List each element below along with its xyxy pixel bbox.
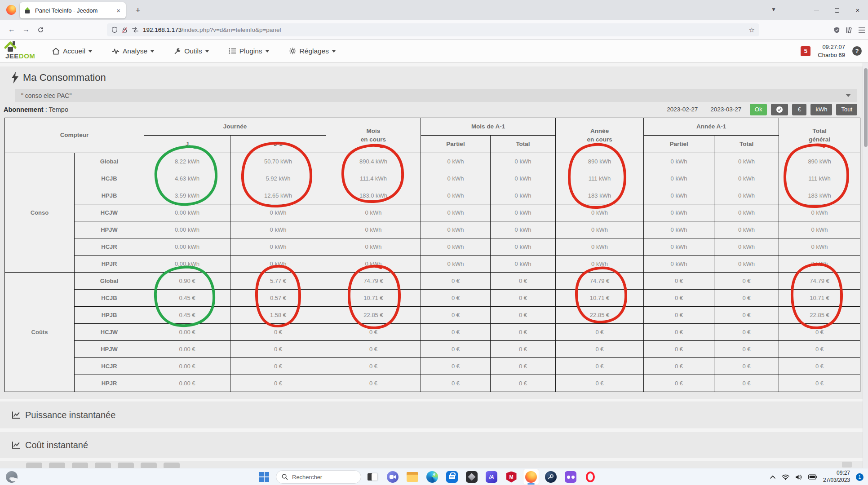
browser-toolbar: ← → 192.168.1.173/index.php?v=d&m=telein… <box>0 20 868 40</box>
value-cell: 3.59 kWh <box>144 187 230 204</box>
slash-a-app-icon[interactable]: /A <box>483 469 500 485</box>
firefox-taskbar-icon[interactable] <box>523 469 539 485</box>
table-row: HCJB4.63 kWh5.92 kWh111.4 kWh0 kWh0 kWh1… <box>5 170 860 187</box>
value-cell: 0 kWh <box>421 221 491 238</box>
jeedom-logo[interactable]: JEEDOM <box>0 40 41 63</box>
list-tabs-chevron-icon[interactable]: ▼ <box>771 6 776 13</box>
chat-icon[interactable] <box>385 469 401 485</box>
conso-table-body: ConsoGlobal8.22 kWh50.70 kWh890.4 kWh0 k… <box>5 153 860 392</box>
bookmark-star-icon[interactable]: ☆ <box>749 26 755 34</box>
menu-item-reglages[interactable]: Réglages <box>289 47 336 55</box>
table-row: ConsoGlobal8.22 kWh50.70 kWh890.4 kWh0 k… <box>5 153 860 170</box>
task-view-icon[interactable] <box>365 469 381 485</box>
lock-insecure-icon[interactable] <box>122 27 128 33</box>
menu-item-analyse[interactable]: Analyse <box>112 47 154 55</box>
menu-item-plugins[interactable]: Plugins <box>229 47 269 55</box>
value-cell: 0 kWh <box>421 153 491 170</box>
date-from-input[interactable] <box>663 106 702 113</box>
edge-icon[interactable] <box>424 469 440 485</box>
steam-icon[interactable] <box>543 469 559 485</box>
value-cell: 10.71 € <box>326 290 421 307</box>
table-header: Compteur Journée Mois en cours Mois de A… <box>5 118 860 153</box>
browser-tab[interactable]: Panel Teleinfo - Jeedom × <box>20 2 126 18</box>
widgets-icon[interactable] <box>6 471 18 483</box>
value-cell: 0.00 € <box>144 358 230 375</box>
power-section[interactable]: Puissance instantanée <box>0 401 863 428</box>
header-j: J <box>144 136 230 153</box>
scenario-selector[interactable]: " conso elec PAC" <box>15 89 857 102</box>
table-row: HCJR0.00 €0 €0 €0 €0 €0 €0 €0 €0 € <box>5 358 860 375</box>
start-button[interactable] <box>256 469 272 485</box>
value-cell: 0 kWh <box>644 170 714 187</box>
tracking-protection-icon[interactable] <box>132 27 139 33</box>
purple-app-icon[interactable] <box>562 469 579 485</box>
header-annee-a1: Année A-1 <box>644 118 779 136</box>
row-label: HCJW <box>75 204 144 221</box>
value-cell: 0 kWh <box>421 256 491 273</box>
tray-clock[interactable]: 09:27 27/03/2023 <box>823 470 850 484</box>
menu-hamburger-icon[interactable] <box>858 27 865 33</box>
jeedom-navbar: JEEDOM Accueil Analyse Outils Plugins Ré… <box>0 40 868 63</box>
wifi-icon[interactable] <box>782 474 789 480</box>
value-cell: 0.00 € <box>144 341 230 358</box>
maximize-button[interactable] <box>827 0 847 20</box>
value-cell: 0 € <box>644 290 714 307</box>
value-cell: 0 € <box>714 358 779 375</box>
shield-icon[interactable] <box>111 26 118 33</box>
euro-button[interactable]: € <box>792 104 806 115</box>
menu-item-accueil[interactable]: Accueil <box>52 47 92 55</box>
row-label: HCJR <box>75 358 144 375</box>
library-icon[interactable] <box>846 26 853 34</box>
mcafee-icon[interactable]: M <box>503 469 519 485</box>
kwh-button[interactable]: kWh <box>810 104 832 115</box>
date-controls: Ok € kWh Tout <box>663 103 857 115</box>
value-cell: 183 kWh <box>779 187 860 204</box>
new-tab-button[interactable]: + <box>131 4 145 17</box>
volume-icon[interactable] <box>795 474 802 480</box>
ok-button[interactable]: Ok <box>750 104 767 115</box>
store-icon[interactable] <box>444 469 460 485</box>
dark-app-icon[interactable] <box>464 469 480 485</box>
value-cell: 0.00 kWh <box>144 238 230 256</box>
validate-button[interactable] <box>771 104 788 115</box>
value-cell: 0 kWh <box>326 221 421 238</box>
gear-icon <box>289 47 297 55</box>
tray-notification-badge[interactable]: 1 <box>856 473 864 481</box>
opera-icon[interactable] <box>582 469 598 485</box>
vertical-scrollbar[interactable] <box>863 63 868 468</box>
value-cell: 0 € <box>491 375 556 392</box>
reload-icon[interactable] <box>33 23 48 36</box>
value-cell: 74.79 € <box>556 273 644 290</box>
value-cell: 0 € <box>779 324 860 341</box>
notification-badge[interactable]: 5 <box>801 46 810 56</box>
value-cell: 0 kWh <box>491 204 556 221</box>
row-label: Global <box>75 153 144 170</box>
battery-icon[interactable] <box>808 474 817 480</box>
cost-section[interactable]: Coût instantané <box>0 432 863 458</box>
consumption-widget: Ma Consommation " conso elec PAC" Abonne… <box>0 66 863 399</box>
url-bar[interactable]: 192.168.1.173/index.php?v=d&m=teleinfo&p… <box>107 23 759 36</box>
tab-close-icon[interactable]: × <box>115 7 121 14</box>
close-window-button[interactable]: × <box>847 0 868 20</box>
value-cell: 0 kWh <box>556 256 644 273</box>
forward-icon[interactable]: → <box>19 23 33 36</box>
value-cell: 0 € <box>644 307 714 324</box>
tray-chevron-icon[interactable] <box>770 475 776 479</box>
value-cell: 0 € <box>556 341 644 358</box>
menu-item-outils[interactable]: Outils <box>174 47 209 55</box>
minimize-button[interactable] <box>806 0 827 20</box>
value-cell: 0 kWh <box>714 204 779 221</box>
date-to-input[interactable] <box>706 106 746 113</box>
value-cell: 0 € <box>714 307 779 324</box>
extension-shield-icon[interactable] <box>833 26 840 34</box>
file-explorer-icon[interactable] <box>404 469 421 485</box>
tout-button[interactable]: Tout <box>836 104 857 115</box>
list-icon <box>229 48 236 54</box>
back-icon[interactable]: ← <box>4 23 19 36</box>
help-icon[interactable]: ? <box>852 46 862 56</box>
taskbar-search[interactable]: Rechercher <box>276 470 361 484</box>
header-total-general: Total général <box>779 118 860 153</box>
scrollbar-thumb[interactable] <box>864 68 868 147</box>
value-cell: 0 € <box>326 358 421 375</box>
value-cell: 0 € <box>491 273 556 290</box>
